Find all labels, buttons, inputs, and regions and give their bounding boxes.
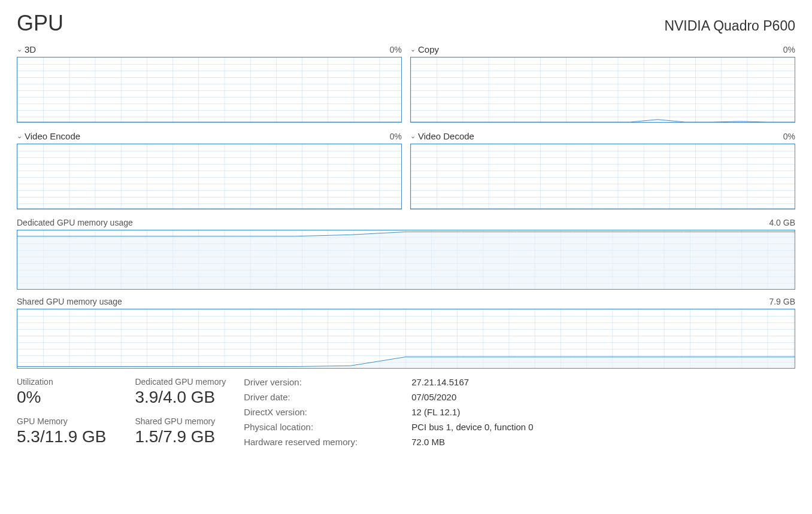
engine-label: Copy [418, 44, 439, 54]
stat-label: Dedicated GPU memory [135, 377, 226, 387]
shared-memory-section: Shared GPU memory usage 7.9 GB [17, 297, 795, 369]
prop-value: 72.0 MB [411, 437, 533, 447]
chevron-down-icon: ⌄ [410, 133, 416, 139]
stat-dedicated-memory: Dedicated GPU memory 3.9/4.0 GB [135, 377, 226, 408]
dedicated-memory-label: Dedicated GPU memory usage [17, 218, 133, 227]
engine-graph-video-decode [410, 144, 795, 209]
prop-label: Driver version: [244, 377, 357, 387]
engine-video-encode: ⌄ Video Encode 0% [17, 131, 402, 209]
gpu-name: NVIDIA Quadro P600 [664, 18, 795, 34]
stat-shared-memory: Shared GPU memory 1.5/7.9 GB [135, 416, 226, 448]
properties-table: Driver version: 27.21.14.5167 Driver dat… [244, 377, 534, 447]
stat-value: 0% [17, 388, 106, 407]
engine-percent: 0% [390, 45, 402, 54]
engine-percent: 0% [783, 45, 795, 54]
shared-memory-label: Shared GPU memory usage [17, 297, 122, 306]
chevron-down-icon: ⌄ [17, 133, 22, 139]
engine-selector-3d[interactable]: ⌄ 3D [17, 44, 36, 54]
stat-label: GPU Memory [17, 416, 106, 426]
engine-label: 3D [25, 44, 36, 54]
engine-label: Video Encode [25, 131, 80, 141]
engine-graph-video-encode [17, 144, 402, 209]
prop-label: Driver date: [244, 392, 357, 402]
engine-percent: 0% [390, 132, 402, 141]
prop-label: Physical location: [244, 422, 357, 432]
engine-percent: 0% [783, 132, 795, 141]
dedicated-memory-section: Dedicated GPU memory usage 4.0 GB [17, 218, 795, 290]
chevron-down-icon: ⌄ [410, 46, 416, 53]
stat-gpu-memory: GPU Memory 5.3/11.9 GB [17, 416, 106, 448]
dedicated-memory-max: 4.0 GB [769, 218, 795, 227]
stat-label: Utilization [17, 377, 106, 387]
shared-memory-max: 7.9 GB [769, 297, 795, 306]
shared-memory-graph [17, 309, 795, 369]
prop-value: 07/05/2020 [411, 392, 533, 402]
engine-copy: ⌄ Copy 0% [410, 44, 795, 123]
engine-video-decode: ⌄ Video Decode 0% [410, 131, 795, 209]
engine-3d: ⌄ 3D 0% [17, 44, 402, 123]
engine-selector-copy[interactable]: ⌄ Copy [410, 44, 439, 54]
page-title: GPU [17, 11, 63, 36]
engine-selector-video-decode[interactable]: ⌄ Video Decode [410, 131, 474, 141]
prop-label: DirectX version: [244, 407, 357, 417]
stat-value: 5.3/11.9 GB [17, 427, 106, 446]
stat-label: Shared GPU memory [135, 416, 226, 426]
stat-utilization: Utilization 0% [17, 377, 106, 408]
stat-value: 3.9/4.0 GB [135, 388, 226, 407]
stat-value: 1.5/7.9 GB [135, 427, 226, 446]
chevron-down-icon: ⌄ [17, 46, 22, 53]
engine-label: Video Decode [418, 131, 474, 141]
engines-grid: ⌄ 3D 0% ⌄ Copy 0% ⌄ Video Encode 0% [17, 44, 795, 209]
prop-value: PCI bus 1, device 0, function 0 [411, 422, 533, 432]
stats-row: Utilization 0% Dedicated GPU memory 3.9/… [17, 377, 795, 447]
prop-value: 12 (FL 12.1) [411, 407, 533, 417]
engine-graph-copy [410, 57, 795, 123]
engine-selector-video-encode[interactable]: ⌄ Video Encode [17, 131, 80, 141]
engine-graph-3d [17, 57, 402, 123]
prop-value: 27.21.14.5167 [411, 377, 533, 387]
prop-label: Hardware reserved memory: [244, 437, 357, 447]
dedicated-memory-graph [17, 230, 795, 290]
